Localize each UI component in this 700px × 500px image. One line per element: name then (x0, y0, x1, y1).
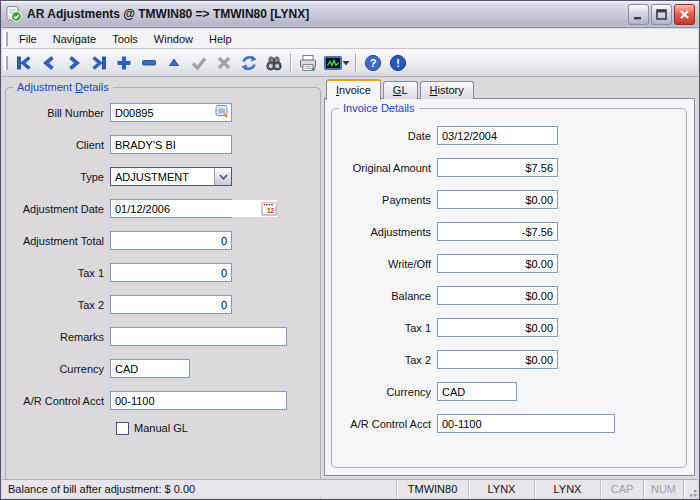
remarks-input[interactable] (110, 327, 287, 346)
payments-label: Payments (325, 194, 437, 206)
manual-gl-checkbox[interactable] (116, 422, 129, 435)
menu-tools[interactable]: Tools (104, 31, 146, 47)
payments-input[interactable] (437, 190, 558, 209)
invoice-date-label: Date (325, 130, 437, 142)
last-record-button[interactable] (86, 51, 111, 74)
invoice-currency-input[interactable] (437, 382, 517, 401)
close-icon (679, 9, 690, 20)
terminal-dropdown-button[interactable] (341, 51, 351, 74)
ar-control-acct-input[interactable] (110, 391, 287, 410)
tab-strip: Invoice GL History (326, 79, 476, 99)
write-off-label: Write/Off (325, 258, 437, 270)
menubar-gripper[interactable] (4, 32, 8, 46)
balance-input[interactable] (437, 286, 558, 305)
invoice-ar-control-acct-label: A/R Control Acct (325, 418, 437, 430)
tab-invoice[interactable]: Invoice (326, 79, 381, 100)
calendar-button[interactable]: 12 (261, 200, 277, 217)
invoice-currency-label: Currency (325, 386, 437, 398)
invoice-ar-control-acct-input[interactable] (437, 414, 615, 433)
svg-text:!: ! (396, 57, 400, 69)
tax1-label: Tax 1 (2, 267, 110, 279)
adjustment-total-input[interactable] (110, 231, 232, 250)
about-icon: ! (388, 53, 408, 73)
invoice-date-input[interactable] (437, 126, 558, 145)
insert-record-button[interactable] (111, 51, 136, 74)
close-button[interactable] (674, 4, 695, 25)
adjustment-date-label: Adjustment Date (2, 203, 110, 215)
about-button[interactable]: ! (385, 51, 410, 74)
next-record-button[interactable] (61, 51, 86, 74)
adjustments-label: Adjustments (325, 226, 437, 238)
prior-record-icon (39, 53, 59, 73)
tax2-input[interactable] (110, 295, 232, 314)
tab-gl[interactable]: GL (383, 81, 418, 99)
prior-record-button[interactable] (36, 51, 61, 74)
adjustment-date-input[interactable] (111, 200, 261, 217)
tab-invoice-label: Invoice (336, 84, 371, 96)
manual-gl-label[interactable]: Manual GL (134, 422, 188, 434)
type-dropdown-button[interactable] (214, 168, 231, 185)
tax2-row: Tax 2 (2, 295, 232, 314)
invoice-tax2-input[interactable] (437, 350, 558, 369)
cancel-edit-button[interactable] (211, 51, 236, 74)
find-binoculars-icon (264, 53, 284, 73)
title-bar[interactable]: AR Adjustments @ TMWIN80 => TMWIN80 [LYN… (1, 1, 699, 28)
window-title: AR Adjustments @ TMWIN80 => TMWIN80 [LYN… (27, 7, 626, 21)
client-area: Adjustment Details Bill Number C (2, 77, 698, 478)
adjustments-row: Adjustments (325, 222, 558, 241)
bill-number-label: Bill Number (2, 107, 110, 119)
menu-file[interactable]: File (11, 31, 45, 47)
invoice-tab-page: Invoice Details Date Original Amount Pay… (324, 98, 695, 476)
refresh-icon (239, 53, 259, 73)
type-label: Type (2, 171, 110, 183)
ar-control-acct-row: A/R Control Acct (2, 391, 287, 410)
adjustments-input[interactable] (437, 222, 558, 241)
toolbar-separator (290, 53, 291, 72)
invoice-tax2-label: Tax 2 (325, 354, 437, 366)
adjustment-total-row: Adjustment Total (2, 231, 232, 250)
dropdown-caret-icon (342, 60, 350, 66)
help-button[interactable]: ? (360, 51, 385, 74)
resize-grip[interactable] (683, 480, 698, 498)
edit-record-button[interactable] (161, 51, 186, 74)
maximize-button[interactable] (651, 4, 672, 25)
ar-control-acct-label: A/R Control Acct (2, 395, 110, 407)
print-button[interactable] (295, 51, 320, 74)
payments-row: Payments (325, 190, 558, 209)
minimize-icon (633, 9, 644, 20)
toolbar-separator (355, 53, 356, 72)
type-select-value[interactable] (111, 168, 214, 185)
post-edit-icon (189, 53, 209, 73)
delete-record-button[interactable] (136, 51, 161, 74)
client-input[interactable] (110, 135, 232, 154)
menu-navigate[interactable]: Navigate (45, 31, 104, 47)
help-icon: ? (363, 53, 383, 73)
invoice-tax1-label: Tax 1 (325, 322, 437, 334)
first-record-button[interactable] (11, 51, 36, 74)
print-icon (298, 53, 318, 73)
write-off-input[interactable] (437, 254, 558, 273)
invoice-date-row: Date (325, 126, 558, 145)
post-edit-button[interactable] (186, 51, 211, 74)
resize-grip-icon (686, 486, 698, 498)
cancel-edit-icon (214, 53, 234, 73)
find-button[interactable] (261, 51, 286, 74)
menu-help[interactable]: Help (201, 31, 240, 47)
invoice-tax1-input[interactable] (437, 318, 558, 337)
calendar-icon: 12 (261, 201, 277, 216)
tax1-input[interactable] (110, 263, 232, 282)
type-select[interactable] (110, 167, 232, 186)
currency-input[interactable] (110, 359, 190, 378)
toolbar-gripper[interactable] (4, 56, 8, 70)
refresh-button[interactable] (236, 51, 261, 74)
bill-lookup-button[interactable] (213, 104, 231, 119)
invoice-tax2-row: Tax 2 (325, 350, 558, 369)
status-panel-caps-lock: CAP (600, 480, 643, 498)
menu-window[interactable]: Window (146, 31, 201, 47)
tab-gl-label: GL (393, 84, 408, 96)
status-panel-server: TMWIN80 (396, 480, 468, 498)
minimize-button[interactable] (628, 4, 649, 25)
app-icon[interactable] (5, 5, 23, 23)
tab-history[interactable]: History (420, 81, 474, 99)
original-amount-input[interactable] (437, 158, 558, 177)
